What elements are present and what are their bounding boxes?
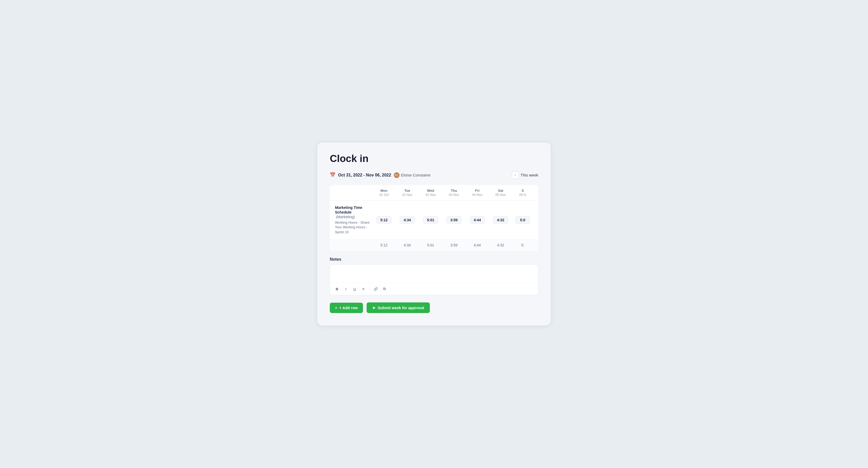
actions-row: + + Add row ➤ Submit week for approval bbox=[330, 302, 538, 313]
row-label: Marketing Time Schedule (Marketing) Work… bbox=[335, 205, 372, 235]
col-header-tue: Tue 01 Nov bbox=[396, 189, 419, 197]
time-cell-mon[interactable]: 5:12 bbox=[372, 216, 396, 224]
date-info: 📅 Oct 31, 2022 - Nov 06, 2022 EC Eloise … bbox=[330, 172, 431, 178]
user-avatar: EC bbox=[394, 172, 400, 178]
date-range-text: Oct 31, 2022 - Nov 06, 2022 bbox=[338, 173, 391, 177]
user-info: EC Eloise Constaine bbox=[394, 172, 431, 178]
totals-row: 5:12 4:34 5:01 3:59 4:44 4:32 5: bbox=[330, 239, 538, 251]
toolbar-separator bbox=[369, 287, 370, 291]
submit-icon: ➤ bbox=[372, 305, 376, 310]
time-cell-sun[interactable]: 5:0 bbox=[512, 216, 533, 224]
table-row: Marketing Time Schedule (Marketing) Work… bbox=[330, 201, 538, 239]
notes-toolbar: B I U ≡ 🔗 ⧉ bbox=[330, 283, 538, 295]
time-cell-fri[interactable]: 4:44 bbox=[466, 216, 489, 224]
col-header-thu: Thu 03 Nov bbox=[442, 189, 466, 197]
notes-editor: B I U ≡ 🔗 ⧉ bbox=[330, 264, 538, 295]
schedule-name: Marketing Time Schedule (Marketing) bbox=[335, 205, 372, 219]
user-name: Eloise Constaine bbox=[401, 173, 431, 177]
page-title: Clock in bbox=[330, 153, 538, 164]
submit-button[interactable]: ➤ Submit week for approval bbox=[367, 302, 430, 313]
notes-label: Notes bbox=[330, 257, 538, 262]
this-week-label: This week bbox=[521, 173, 538, 177]
list-button[interactable]: ≡ bbox=[360, 285, 367, 293]
schedule-detail: Working Hours - Share Your Working Hours… bbox=[335, 220, 372, 235]
time-cell-tue[interactable]: 4:34 bbox=[396, 216, 419, 224]
total-thu: 3:59 bbox=[442, 243, 466, 247]
italic-button[interactable]: I bbox=[342, 285, 350, 293]
totals-label-empty bbox=[335, 243, 372, 247]
notes-section: Notes B I U ≡ 🔗 bbox=[330, 257, 538, 295]
total-sun: 5: bbox=[512, 243, 533, 247]
header-label-empty bbox=[335, 189, 372, 197]
col-header-mon: Mon 31 Oct bbox=[372, 189, 396, 197]
col-header-sun: S 06 N bbox=[512, 189, 533, 197]
submit-label: Submit week for approval bbox=[378, 306, 424, 310]
prev-week-button[interactable]: ‹ bbox=[512, 172, 519, 179]
total-wed: 5:01 bbox=[419, 243, 442, 247]
total-fri: 4:44 bbox=[466, 243, 489, 247]
main-card: Clock in 📅 Oct 31, 2022 - Nov 06, 2022 E… bbox=[317, 142, 551, 326]
notes-input[interactable] bbox=[330, 265, 538, 283]
time-cell-thu[interactable]: 3:59 bbox=[442, 216, 466, 224]
link-button[interactable]: 🔗 bbox=[372, 285, 379, 293]
timesheet-table: Mon 31 Oct Tue 01 Nov Wed 02 Nov Thu 03 … bbox=[330, 185, 538, 251]
underline-button[interactable]: U bbox=[351, 285, 359, 293]
time-cell-sat[interactable]: 4:32 bbox=[489, 216, 512, 224]
bold-button[interactable]: B bbox=[333, 285, 341, 293]
col-header-fri: Fri 04 Nov bbox=[466, 189, 489, 197]
total-mon: 5:12 bbox=[372, 243, 396, 247]
add-row-label: + Add row bbox=[339, 306, 358, 310]
total-tue: 4:34 bbox=[396, 243, 419, 247]
add-row-icon: + bbox=[335, 306, 337, 310]
add-row-button[interactable]: + + Add row bbox=[330, 303, 363, 313]
date-bar: 📅 Oct 31, 2022 - Nov 06, 2022 EC Eloise … bbox=[330, 172, 538, 179]
col-header-wed: Wed 02 Nov bbox=[419, 189, 442, 197]
copy-button[interactable]: ⧉ bbox=[381, 285, 389, 293]
table-header: Mon 31 Oct Tue 01 Nov Wed 02 Nov Thu 03 … bbox=[330, 185, 538, 201]
calendar-icon: 📅 bbox=[330, 172, 336, 178]
time-cell-wed[interactable]: 5:01 bbox=[419, 216, 442, 224]
col-header-sat: Sat 05 Nov bbox=[489, 189, 512, 197]
week-nav[interactable]: ‹ This week bbox=[512, 172, 538, 179]
total-sat: 4:32 bbox=[489, 243, 512, 247]
